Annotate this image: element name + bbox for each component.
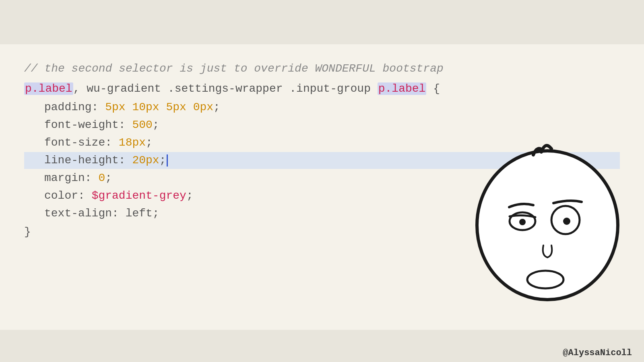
prop-font-weight: font-weight: 500;: [44, 117, 620, 134]
prop-padding: padding: 5px 10px 5px 0px;: [44, 99, 620, 116]
svg-point-2: [519, 219, 526, 225]
svg-point-5: [527, 271, 564, 288]
selector-part2: p.label: [378, 82, 427, 95]
selector-middle: , wu-gradient .settings-wrapper .input-g…: [73, 82, 378, 95]
comment-text: // the second selector is just to overri…: [24, 62, 444, 75]
svg-point-4: [563, 218, 570, 225]
watermark-text: @AlyssaNicoll: [563, 348, 632, 358]
selector-brace: {: [426, 82, 440, 95]
bottom-bar: @AlyssaNicoll: [0, 330, 644, 362]
face-illustration: [467, 137, 628, 306]
text-cursor: [167, 154, 168, 167]
main-content: // the second selector is just to overri…: [0, 44, 644, 330]
selector-part1: p.label: [24, 82, 73, 95]
top-bar: [0, 0, 644, 44]
comment-line: // the second selector is just to overri…: [24, 60, 620, 77]
selector-line: p.label, wu-gradient .settings-wrapper .…: [24, 80, 620, 97]
